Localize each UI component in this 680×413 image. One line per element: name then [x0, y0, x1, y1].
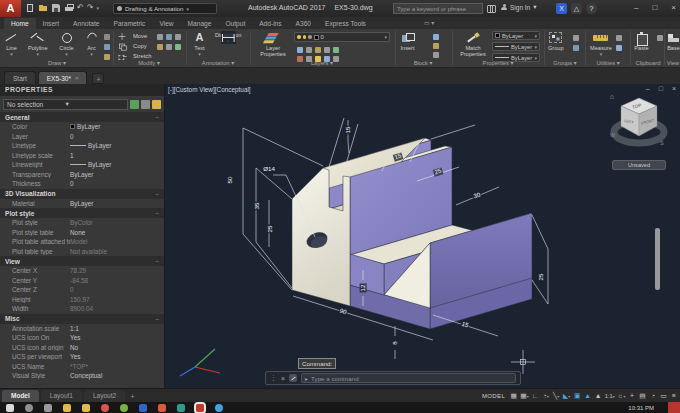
property-row[interactable]: Annotation scale1:1 — [0, 324, 164, 334]
tool-text[interactable]: Text▾ — [192, 31, 207, 57]
tool-dimension[interactable]: Dimension▾ — [215, 31, 241, 44]
taskbar-icon-app-blue[interactable] — [139, 404, 147, 412]
wrench-icon[interactable] — [289, 374, 297, 382]
color-dropdown[interactable]: ByLayer▾ — [492, 31, 540, 40]
trim-tool-icon[interactable] — [175, 34, 181, 40]
layout-tab-layout1[interactable]: Layout1 — [41, 390, 82, 402]
qat-dropdown-icon[interactable]: ▾ — [96, 5, 99, 11]
annotation-scale[interactable]: 1:1▾ — [605, 391, 615, 401]
drawing-viewport[interactable]: [-][Custom View][Conceptual] – □ × W S ⌂… — [165, 84, 680, 388]
ribbon-collapse-icon[interactable]: ▭ ▾ — [424, 19, 434, 26]
command-line[interactable]: ⋮ × ▸ Type a command — [265, 371, 521, 385]
rotate-tool-icon[interactable] — [157, 34, 163, 40]
tool-insert[interactable]: Insert — [400, 31, 415, 51]
model-space-button[interactable]: MODEL — [482, 393, 505, 399]
property-row[interactable]: Plot styleByColor — [0, 218, 164, 228]
property-row[interactable]: UCS Name*TOP* — [0, 362, 164, 372]
taskbar-badge[interactable] — [668, 402, 680, 413]
property-row[interactable]: Visual StyleConceptual — [0, 371, 164, 381]
ribbon-tab-output[interactable]: Output — [218, 18, 252, 29]
layer-tool-icon[interactable] — [306, 47, 312, 53]
panel-label-clipboard[interactable]: Clipboard — [636, 60, 661, 66]
a360-icon[interactable]: X — [556, 3, 567, 14]
property-row[interactable]: Center Z0 — [0, 285, 164, 295]
redo-icon[interactable]: ↷ — [87, 3, 94, 13]
group-edit-icon[interactable] — [573, 45, 579, 51]
annotation-monitor-icon[interactable]: + — [628, 391, 636, 401]
taskbar-icon-autocad[interactable] — [196, 404, 204, 412]
property-row[interactable]: LineweightByLayer — [0, 160, 164, 170]
isodraft-icon[interactable]: ◣▾ — [563, 391, 571, 401]
taskbar-icon-task-view[interactable] — [44, 404, 52, 412]
tool-layer-properties[interactable]: Layer Properties — [256, 31, 290, 58]
tool-circle[interactable]: Circle▾ — [59, 31, 74, 57]
edit-block-icon[interactable] — [433, 43, 439, 49]
save-icon[interactable] — [51, 3, 61, 13]
viewport-controls-label[interactable]: [-][Custom View][Conceptual] — [168, 86, 251, 93]
taskbar-icon-app-orange[interactable] — [158, 404, 166, 412]
collapse-icon[interactable]: − — [155, 316, 159, 322]
layer-tool-icon[interactable] — [333, 56, 339, 62]
ribbon-tab-parametric[interactable]: Parametric — [107, 18, 153, 29]
new-layout-button[interactable]: + — [127, 391, 138, 402]
array-tool-icon[interactable] — [166, 44, 172, 50]
close-button[interactable]: × — [671, 0, 676, 15]
grip-icon[interactable]: ⋮ — [270, 374, 277, 382]
panel-label-block[interactable]: Block ▾ — [414, 60, 433, 66]
section-header-misc[interactable]: Misc− — [0, 314, 164, 324]
select-objects-icon[interactable] — [141, 100, 150, 109]
copy-clip-icon[interactable] — [657, 35, 663, 41]
property-row[interactable]: Layer0 — [0, 132, 164, 142]
autoscale-icon[interactable]: ▲ — [594, 391, 602, 401]
ribbon-tab-view[interactable]: View — [152, 18, 180, 29]
file-tab-ex5-30-[interactable]: EX5-30*× — [38, 71, 88, 84]
section-header-plot-style[interactable]: Plot style− — [0, 208, 164, 218]
property-row[interactable]: Thickness0 — [0, 179, 164, 189]
taskbar-icon-start[interactable] — [6, 404, 14, 412]
compass-west-label[interactable]: W — [610, 132, 616, 138]
taskbar-icon-app-teal[interactable] — [177, 404, 185, 412]
ellipse-tool-icon[interactable] — [104, 44, 110, 50]
tool-group[interactable]: Group — [548, 31, 564, 51]
tool-polyline[interactable]: Polyline▾ — [28, 31, 48, 57]
units-icon[interactable]: ▤ — [639, 391, 647, 401]
panel-label-utilities[interactable]: Utilities ▾ — [596, 60, 619, 66]
open-file-icon[interactable] — [38, 3, 48, 13]
taskbar-icon-file-explorer[interactable] — [63, 404, 71, 412]
ribbon-tab-add-ins[interactable]: Add-ins — [252, 18, 288, 29]
quick-properties-icon[interactable]: ◔ — [649, 391, 657, 401]
annotation-visibility-icon[interactable]: ▲ — [584, 391, 592, 401]
mirror-tool-icon[interactable] — [166, 34, 172, 40]
ribbon-tab-home[interactable]: Home — [4, 18, 36, 29]
section-header-view[interactable]: View− — [0, 256, 164, 266]
minimize-button[interactable]: – — [634, 0, 638, 15]
new-file-icon[interactable] — [25, 3, 35, 13]
property-row[interactable]: Height150.97 — [0, 295, 164, 305]
doc-close-button[interactable]: × — [672, 85, 676, 92]
tool-measure[interactable]: Measure▾ — [590, 31, 612, 57]
polar-tracking-icon[interactable]: ◔▾ — [542, 391, 550, 401]
tool-move[interactable]: Move — [118, 31, 147, 41]
property-row[interactable]: ColorByLayer — [0, 122, 164, 132]
quick-calc-icon[interactable] — [616, 45, 622, 51]
property-row[interactable]: Plot table attached toModel — [0, 237, 164, 247]
section-header-3d-visualization[interactable]: 3D Visualization− — [0, 189, 164, 199]
command-input[interactable]: ▸ Type a command — [301, 373, 516, 383]
panel-label-draw[interactable]: Draw ▾ — [48, 60, 66, 66]
ribbon-tab-express-tools[interactable]: Express Tools — [318, 18, 373, 29]
property-row[interactable]: Plot style tableNone — [0, 228, 164, 238]
panel-label-layers[interactable]: Layers ▾ — [311, 60, 333, 66]
taskbar-icon-search[interactable] — [25, 404, 33, 412]
close-icon[interactable]: × — [281, 375, 285, 382]
quick-select-icon[interactable] — [616, 35, 622, 41]
new-tab-button[interactable]: + — [92, 73, 104, 84]
layer-tool-icon[interactable] — [315, 47, 321, 53]
file-tab-start[interactable]: Start — [4, 71, 36, 84]
property-row[interactable]: UCS icon at originNo — [0, 343, 164, 353]
home-icon[interactable]: ⌂ — [610, 93, 614, 100]
grid-icon[interactable]: ▦ — [510, 391, 518, 401]
erase-tool-icon[interactable] — [175, 44, 181, 50]
panel-label-annotation[interactable]: Annotation ▾ — [202, 60, 234, 66]
section-header-general[interactable]: General− — [0, 112, 164, 122]
selection-dropdown[interactable]: No selection ▾ — [3, 99, 128, 110]
